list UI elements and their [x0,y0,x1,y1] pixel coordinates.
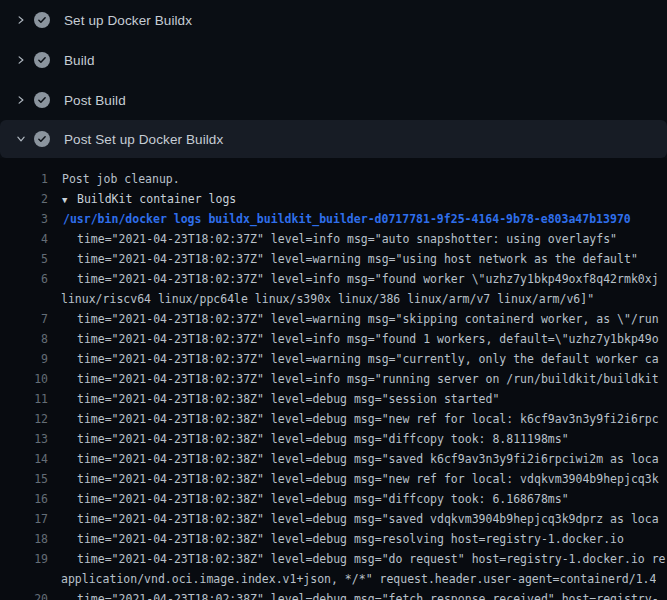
chevron-right-icon[interactable] [16,55,26,65]
step-row-build[interactable]: Build [0,40,667,80]
log-line: 10 time="2021-04-23T18:02:37Z" level=inf… [0,369,667,389]
log-line: 15 time="2021-04-23T18:02:38Z" level=deb… [0,469,667,489]
log-line: 20 time="2021-04-23T18:02:38Z" level=deb… [0,589,667,600]
line-number-link[interactable]: 2 [0,189,48,209]
line-number-link[interactable]: 1 [0,169,48,189]
line-number-link[interactable] [0,289,48,309]
step-row-set-up-docker-buildx[interactable]: Set up Docker Buildx [0,0,667,40]
log-line: 18 time="2021-04-23T18:02:38Z" level=deb… [0,529,667,549]
log-line-text: application/vnd.oci.image.index.v1+json,… [48,569,656,589]
line-number-link[interactable]: 9 [0,349,48,369]
line-number-link[interactable]: 5 [0,249,48,269]
line-number-link[interactable]: 15 [0,469,48,489]
line-number-link[interactable]: 18 [0,529,48,549]
job-steps-pane: Set up Docker Buildx Build Post Build Po… [0,0,667,158]
log-line-text: time="2021-04-23T18:02:38Z" level=debug … [48,409,659,429]
check-circle-icon [34,12,50,28]
step-log-output: 1 Post job cleanup. 2 ▼BuildKit containe… [0,158,667,600]
log-line-text: time="2021-04-23T18:02:38Z" level=debug … [48,529,624,549]
log-line-text: /usr/bin/docker logs buildx_buildkit_bui… [48,209,631,229]
check-circle-icon [34,92,50,108]
log-line-text: time="2021-04-23T18:02:37Z" level=warnin… [48,349,659,369]
log-line: 3 /usr/bin/docker logs buildx_buildkit_b… [0,209,667,229]
log-line-text: time="2021-04-23T18:02:37Z" level=warnin… [48,249,638,269]
log-line-text: time="2021-04-23T18:02:38Z" level=debug … [48,449,659,469]
log-line-text: time="2021-04-23T18:02:38Z" level=debug … [48,549,666,569]
log-line[interactable]: 2 ▼BuildKit container logs [0,189,667,209]
log-line: 8 time="2021-04-23T18:02:37Z" level=info… [0,329,667,349]
group-collapse-triangle-icon[interactable]: ▼ [62,190,77,209]
line-number-link[interactable]: 11 [0,389,48,409]
line-number-link[interactable]: 7 [0,309,48,329]
log-line: 12 time="2021-04-23T18:02:38Z" level=deb… [0,409,667,429]
line-number-link[interactable]: 3 [0,209,48,229]
log-line-text: time="2021-04-23T18:02:37Z" level=info m… [48,229,617,249]
log-line: 17 time="2021-04-23T18:02:38Z" level=deb… [0,509,667,529]
log-line: 4 time="2021-04-23T18:02:37Z" level=info… [0,229,667,249]
line-number-link[interactable]: 16 [0,489,48,509]
log-line: 7 time="2021-04-23T18:02:37Z" level=warn… [0,309,667,329]
log-line-text: time="2021-04-23T18:02:38Z" level=debug … [48,389,499,409]
log-line-text: time="2021-04-23T18:02:37Z" level=info m… [48,269,659,289]
line-number-link[interactable]: 10 [0,369,48,389]
log-line-text: time="2021-04-23T18:02:38Z" level=debug … [48,429,569,449]
step-row-post-build[interactable]: Post Build [0,80,667,120]
log-line: 1 Post job cleanup. [0,169,667,189]
log-line: 11 time="2021-04-23T18:02:38Z" level=deb… [0,389,667,409]
log-line-text: ▼BuildKit container logs [48,189,236,209]
line-number-link[interactable]: 6 [0,269,48,289]
line-number-link[interactable]: 19 [0,549,48,569]
log-line-text: time="2021-04-23T18:02:38Z" level=debug … [48,489,569,509]
log-line-text: Post job cleanup. [48,169,180,189]
line-number-link[interactable] [0,569,48,589]
log-line: 5 time="2021-04-23T18:02:37Z" level=warn… [0,249,667,269]
log-line-text: time="2021-04-23T18:02:38Z" level=debug … [48,509,659,529]
log-line: 16 time="2021-04-23T18:02:38Z" level=deb… [0,489,667,509]
line-number-link[interactable]: 8 [0,329,48,349]
line-number-link[interactable]: 14 [0,449,48,469]
step-label: Build [64,53,95,68]
log-line-text: time="2021-04-23T18:02:37Z" level=info m… [48,369,659,389]
log-line-text: time="2021-04-23T18:02:38Z" level=debug … [48,589,659,600]
check-circle-icon [34,131,50,147]
log-line-text: linux/riscv64 linux/ppc64le linux/s390x … [48,289,594,309]
log-line-text: time="2021-04-23T18:02:37Z" level=info m… [48,329,659,349]
step-row-post-set-up-docker-buildx[interactable]: Post Set up Docker Buildx [0,120,667,158]
log-line: 9 time="2021-04-23T18:02:37Z" level=warn… [0,349,667,369]
chevron-down-icon[interactable] [16,134,26,144]
log-line: 14 time="2021-04-23T18:02:38Z" level=deb… [0,449,667,469]
log-line-text: time="2021-04-23T18:02:38Z" level=debug … [48,469,659,489]
log-line-text: time="2021-04-23T18:02:37Z" level=warnin… [48,309,659,329]
chevron-right-icon[interactable] [16,95,26,105]
log-line: application/vnd.oci.image.index.v1+json,… [0,569,667,589]
step-label: Set up Docker Buildx [64,13,192,28]
line-number-link[interactable]: 4 [0,229,48,249]
line-number-link[interactable]: 17 [0,509,48,529]
check-circle-icon [34,52,50,68]
line-number-link[interactable]: 20 [0,589,48,600]
chevron-right-icon[interactable] [16,15,26,25]
log-line: 6 time="2021-04-23T18:02:37Z" level=info… [0,269,667,289]
step-label: Post Build [64,93,126,108]
log-line: 19 time="2021-04-23T18:02:38Z" level=deb… [0,549,667,569]
line-number-link[interactable]: 13 [0,429,48,449]
log-line: 13 time="2021-04-23T18:02:38Z" level=deb… [0,429,667,449]
step-label: Post Set up Docker Buildx [64,132,223,147]
line-number-link[interactable]: 12 [0,409,48,429]
log-line: linux/riscv64 linux/ppc64le linux/s390x … [0,289,667,309]
